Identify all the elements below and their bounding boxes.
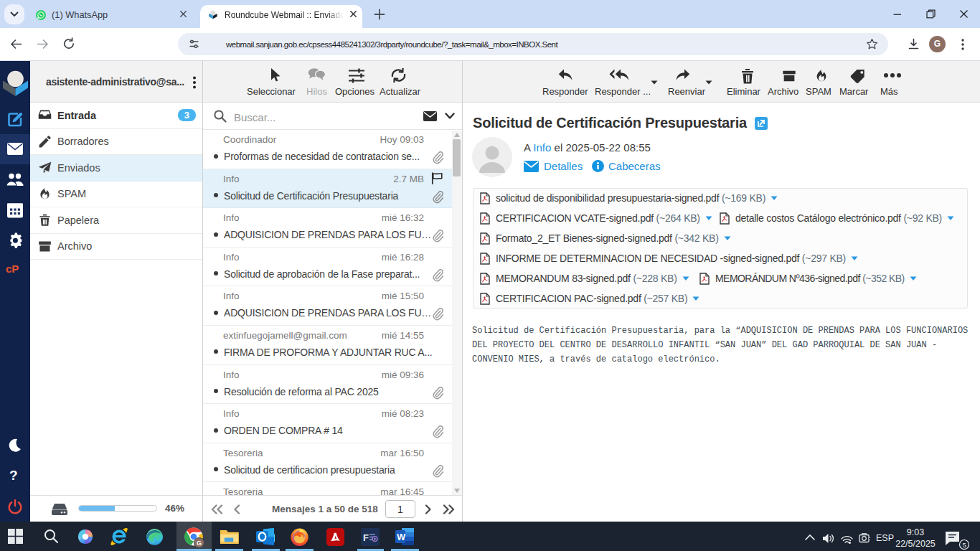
svg-text:5: 5 [963, 541, 966, 549]
svg-text:W: W [397, 532, 405, 542]
svg-text:F: F [363, 532, 369, 543]
